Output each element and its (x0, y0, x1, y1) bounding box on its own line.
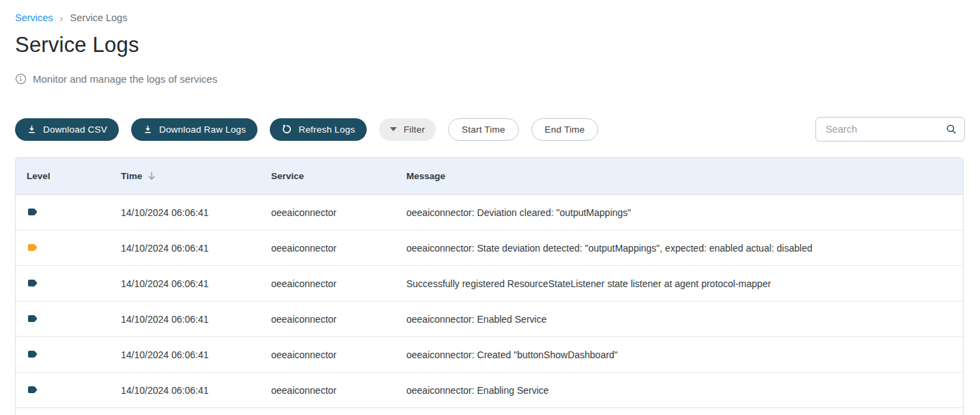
column-header-message[interactable]: Message (395, 171, 963, 181)
cell-level (16, 314, 110, 325)
logs-table: Level Time Service Message 14/1 (15, 157, 964, 415)
download-icon (27, 124, 37, 135)
search-icon[interactable] (946, 124, 957, 135)
table-row[interactable]: 14/10/2024 06:06:41 oeeaiconnector Succe… (16, 266, 963, 302)
cell-time: 14/10/2024 06:06:41 (110, 243, 260, 254)
cell-time: 14/10/2024 06:06:41 (110, 207, 260, 218)
cell-service: oeeaiconnector (260, 385, 395, 396)
download-raw-logs-button[interactable]: Download Raw Logs (131, 118, 257, 141)
cell-message: oeeaiconnector: State deviation detected… (395, 243, 963, 254)
search-input[interactable] (815, 117, 965, 142)
cell-level (16, 243, 110, 254)
column-header-time-label: Time (121, 171, 142, 181)
cell-service: oeeaiconnector (260, 207, 395, 218)
chevron-down-icon (390, 127, 397, 131)
cell-time: 14/10/2024 06:06:41 (110, 278, 260, 289)
download-icon (143, 124, 153, 135)
column-header-time[interactable]: Time (110, 171, 260, 181)
level-badge-icon (28, 315, 38, 323)
page-subtitle: Monitor and manage the logs of services (15, 72, 965, 85)
cell-service: oeeaiconnector (260, 314, 395, 325)
column-header-level[interactable]: Level (16, 171, 110, 181)
level-badge-icon (28, 244, 38, 252)
cell-message: oeeaiconnector: Enabling Service (395, 385, 963, 396)
table-row[interactable]: 14/10/2024 06:06:41 oeeaiconnector oeeai… (16, 373, 963, 408)
table-body: 14/10/2024 06:06:41 oeeaiconnector oeeai… (16, 195, 963, 408)
table-row[interactable]: 14/10/2024 06:06:41 oeeaiconnector oeeai… (16, 302, 963, 337)
table-row[interactable]: 14/10/2024 06:06:41 oeeaiconnector oeeai… (16, 337, 963, 373)
refresh-logs-button[interactable]: Refresh Logs (270, 118, 367, 141)
cell-message: oeeaiconnector: Deviation cleared: "outp… (395, 207, 963, 218)
cell-level (16, 385, 110, 396)
breadcrumb-link-services[interactable]: Services (15, 12, 53, 23)
cell-service: oeeaiconnector (260, 349, 395, 360)
cell-time: 14/10/2024 06:06:41 (110, 349, 260, 360)
cell-time: 14/10/2024 06:06:41 (110, 385, 260, 396)
cell-level (16, 349, 110, 360)
cell-message: Successfully registered ResourceStateLis… (395, 278, 963, 289)
column-header-service[interactable]: Service (260, 171, 395, 181)
download-raw-logs-label: Download Raw Logs (159, 124, 246, 135)
download-csv-button[interactable]: Download CSV (15, 118, 119, 141)
level-badge-icon (28, 351, 38, 358)
info-icon (15, 73, 27, 85)
table-header: Level Time Service Message (16, 158, 963, 195)
cell-message: oeeaiconnector: Created "buttonShowDashb… (395, 349, 963, 360)
download-csv-label: Download CSV (43, 124, 107, 135)
cell-time: 14/10/2024 06:06:41 (110, 314, 260, 325)
level-badge-icon (28, 209, 38, 216)
table-row-partial (16, 408, 963, 415)
breadcrumb-current: Service Logs (70, 12, 128, 23)
level-badge-icon (28, 386, 38, 394)
end-time-button[interactable]: End Time (531, 118, 599, 141)
end-time-label: End Time (545, 124, 585, 135)
page-subtitle-text: Monitor and manage the logs of services (33, 73, 217, 85)
cell-level (16, 278, 110, 289)
cell-service: oeeaiconnector (260, 278, 395, 289)
cell-service: oeeaiconnector (260, 243, 395, 254)
breadcrumb: Services › Service Logs (15, 0, 965, 24)
level-badge (28, 315, 38, 323)
cell-message: oeeaiconnector: Enabled Service (395, 314, 963, 325)
breadcrumb-separator-icon: › (60, 13, 64, 23)
column-header-message-label: Message (406, 171, 445, 181)
refresh-icon (281, 124, 292, 135)
level-badge (28, 244, 38, 252)
start-time-button[interactable]: Start Time (448, 118, 519, 141)
level-badge-icon (28, 280, 38, 287)
page-title: Service Logs (15, 32, 965, 58)
search-box (815, 117, 965, 142)
level-badge (28, 351, 38, 358)
filter-label: Filter (404, 124, 425, 135)
level-badge (28, 386, 38, 394)
table-row[interactable]: 14/10/2024 06:06:41 oeeaiconnector oeeai… (16, 230, 963, 266)
sort-descending-icon (147, 171, 156, 181)
cell-level (16, 207, 110, 218)
table-row[interactable]: 14/10/2024 06:06:41 oeeaiconnector oeeai… (16, 195, 963, 230)
level-badge (28, 209, 38, 216)
refresh-logs-label: Refresh Logs (298, 124, 355, 135)
column-header-service-label: Service (271, 171, 304, 181)
filter-button[interactable]: Filter (379, 118, 436, 141)
start-time-label: Start Time (462, 124, 505, 135)
toolbar: Download CSV Download Raw Logs Refresh L… (15, 117, 965, 142)
level-badge (28, 280, 38, 287)
column-header-level-label: Level (27, 171, 51, 181)
